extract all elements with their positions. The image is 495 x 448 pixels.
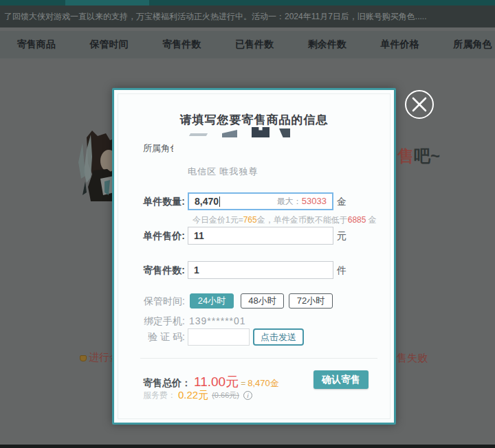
duration-label: 保管时间: <box>135 295 185 308</box>
censored-text-fragment <box>189 133 208 136</box>
censored-text-fragment <box>279 128 290 137</box>
service-fee-value: 0.22元 <box>178 389 208 402</box>
text-cursor <box>219 197 220 207</box>
section-divider <box>140 358 377 359</box>
equals-sign: = <box>241 379 245 388</box>
total-gold-value: 8,470金 <box>248 377 279 390</box>
captcha-label: 验 证 码: <box>135 331 185 344</box>
owner-label-clipped-char: 色 <box>170 142 173 155</box>
censored-text-fragment <box>252 127 270 137</box>
service-fee-original: (0.66元) <box>212 390 239 401</box>
quantity-max-hint: 最大：53033 <box>277 195 327 208</box>
quantity-input[interactable]: 8,470 最大：53033 <box>188 192 333 210</box>
close-icon <box>404 89 434 120</box>
consign-count-label: 寄售件数: <box>135 265 185 277</box>
total-price-label: 寄售总价： <box>143 377 191 390</box>
info-icon[interactable]: i <box>243 391 252 400</box>
duration-option-72h[interactable]: 72小时 <box>289 293 333 309</box>
service-fee-label: 服务费： <box>143 390 176 401</box>
gold-price-hint: 今日金价1元=765金，单件金币数不能低于6885 金 <box>192 214 377 226</box>
unit-price-input[interactable]: 11 <box>188 227 333 245</box>
close-button[interactable] <box>404 89 434 120</box>
modal-title: 请填写您要寄售商品的信息 <box>114 112 394 128</box>
captcha-input[interactable] <box>188 328 250 346</box>
server-info-text: 电信区 唯我独尊 <box>188 166 258 178</box>
consign-form-modal: 请填写您要寄售商品的信息 所属角色 电信区 唯我独尊 单件数量: 8,470 最… <box>112 88 396 425</box>
quantity-label: 单件数量: <box>135 196 185 208</box>
service-fee-row: 服务费： 0.22元 (0.66元) i <box>143 389 252 402</box>
send-code-button[interactable]: 点击发送 <box>253 328 304 346</box>
owner-character-label: 所属角色 <box>143 142 173 155</box>
duration-option-48h[interactable]: 48小时 <box>241 293 284 309</box>
quantity-unit: 金 <box>337 196 346 208</box>
consign-count-unit: 件 <box>337 265 346 277</box>
bound-phone-value: 139******01 <box>189 315 246 326</box>
censored-text-fragment <box>222 130 237 137</box>
unit-price-label: 单件售价: <box>135 230 185 243</box>
confirm-consign-button[interactable]: 确认寄售 <box>314 370 368 389</box>
quantity-value: 8,470 <box>195 196 219 207</box>
screen: 了回馈大侠对游戏一直以来的支持，万宝楼福利活动正火热进行中。活动一：2024年1… <box>0 0 495 448</box>
consign-count-input[interactable]: 1 <box>188 261 333 279</box>
bound-phone-label: 绑定手机: <box>135 315 185 328</box>
duration-option-24h[interactable]: 24小时 <box>190 293 234 309</box>
unit-price-unit: 元 <box>337 230 346 243</box>
